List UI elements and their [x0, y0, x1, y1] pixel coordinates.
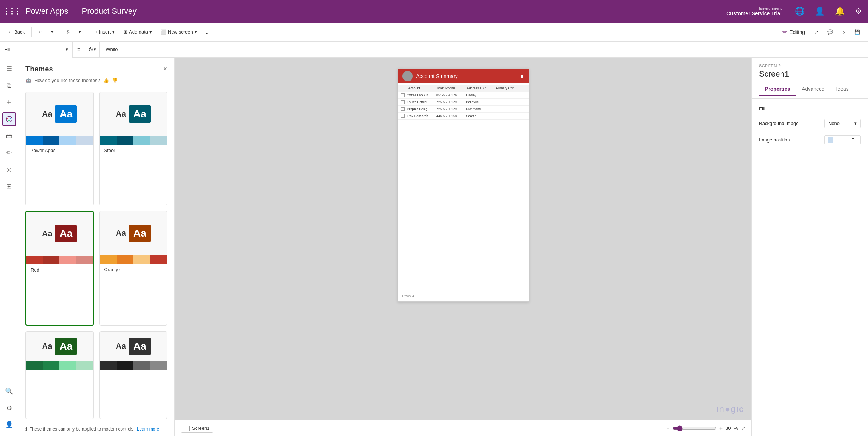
theme-card-green[interactable]: Aa Aa [25, 331, 94, 419]
theme-name-steel: Steel [100, 145, 167, 156]
tab-properties[interactable]: Properties [759, 83, 796, 96]
theme-card-powerapps[interactable]: Aa Aa Power Apps [25, 92, 94, 205]
pencil-icon: ✏ [782, 28, 787, 35]
copy-dropdown[interactable]: ▾ [75, 28, 85, 36]
theme-preview-steel: Aa Aa [100, 92, 167, 136]
theme-preview-green: Aa Aa [26, 332, 93, 361]
save-button[interactable]: 💾 [851, 28, 864, 36]
undo-button[interactable]: ↩ [35, 28, 46, 36]
app-table-row: Troy Research 446-555-0158 Seattle [398, 113, 529, 120]
comment-button[interactable]: 💬 [824, 28, 837, 36]
project-name: Product Survey [82, 7, 137, 16]
screen-tab-label: Screen1 [192, 425, 209, 431]
svg-point-3 [8, 120, 10, 121]
feedback-label: How do you like these themes? [34, 78, 100, 83]
right-panel-content: Fill Background image None ▾ Image posit… [752, 99, 868, 436]
zoom-slider[interactable] [673, 425, 716, 431]
theme-card-steel[interactable]: Aa Aa Steel [99, 92, 168, 205]
help-circle-icon[interactable]: ? [778, 63, 781, 68]
footer-text: These themes can only be applied to mode… [30, 427, 135, 432]
data-icon[interactable]: 🗃 [2, 129, 16, 143]
row1-checkbox[interactable] [401, 93, 405, 97]
fx-chevron-icon: ▾ [94, 47, 96, 52]
brush-icon[interactable]: ✏ [2, 146, 16, 160]
screen-tab-checkbox [185, 426, 190, 431]
brand-sep: | [74, 7, 76, 16]
more-button[interactable]: ... [202, 28, 213, 36]
gear-icon[interactable]: ⚙ [855, 7, 862, 16]
themes-close-button[interactable]: × [163, 65, 167, 73]
back-button[interactable]: ← Back [4, 28, 28, 36]
app-avatar [402, 71, 413, 81]
new-screen-button[interactable]: ⬜ New screen ▾ [157, 28, 201, 36]
insert-button[interactable]: + Insert ▾ [91, 28, 118, 36]
add-data-button[interactable]: ⊞ Add data ▾ [120, 28, 156, 36]
app-grid-icon[interactable] [6, 8, 21, 15]
background-image-row: Background image None ▾ [759, 119, 861, 128]
background-image-dropdown[interactable]: None ▾ [824, 119, 861, 128]
insert-chevron-icon: ▾ [112, 29, 115, 35]
back-arrow-icon: ← [8, 29, 13, 35]
formula-value[interactable]: White [100, 47, 868, 52]
copy-button[interactable]: ⎘ [63, 28, 74, 36]
search-icon[interactable]: 🔍 [2, 384, 16, 398]
right-panel: SCREEN ? Screen1 Properties Advanced Ide… [751, 58, 868, 436]
formula-fx[interactable]: fx ▾ [85, 42, 100, 58]
app-screen: Account Summary ● Account ... Main Phone… [398, 69, 529, 302]
settings-icon[interactable]: ⚙ [2, 401, 16, 415]
right-panel-tabs: Properties Advanced Ideas [759, 83, 861, 96]
theme-card-orange[interactable]: Aa Aa Orange [99, 211, 168, 325]
row4-checkbox[interactable] [401, 114, 405, 118]
layers-icon[interactable]: ⧉ [2, 79, 16, 93]
background-image-value: None [828, 121, 840, 126]
editing-button[interactable]: ✏ Editing [778, 27, 809, 37]
new-screen-chevron-icon: ▾ [195, 29, 197, 35]
user-icon[interactable]: 👤 [2, 418, 16, 432]
zoom-plus-button[interactable]: + [719, 425, 723, 432]
zoom-unit: % [734, 425, 738, 431]
thumbs-down-icon[interactable]: 👎 [112, 78, 118, 83]
theme-swatches-steel [100, 136, 167, 145]
learn-more-link[interactable]: Learn more [137, 427, 159, 432]
bell-icon[interactable]: 🔔 [835, 7, 845, 16]
image-position-dropdown[interactable]: Fit [824, 135, 861, 144]
undo-dropdown[interactable]: ▾ [47, 28, 57, 36]
svg-point-1 [7, 118, 8, 119]
theme-swatches-dark [100, 361, 167, 370]
col-phone: Main Phone ... [437, 86, 467, 90]
add-data-chevron-icon: ▾ [149, 29, 152, 35]
share-button[interactable]: ↗ [811, 28, 822, 36]
screen-tab[interactable]: Screen1 [181, 424, 213, 433]
zoom-minus-button[interactable]: − [666, 425, 669, 432]
row2-checkbox[interactable] [401, 100, 405, 104]
theme-card-dark[interactable]: Aa Aa [99, 331, 168, 419]
avatar-icon[interactable]: 👤 [815, 7, 825, 16]
thumbs-up-icon[interactable]: 👍 [103, 78, 109, 83]
help-icon[interactable]: 🌐 [795, 7, 805, 16]
expand-icon[interactable]: ⤢ [741, 425, 746, 432]
toolbar-sep-3 [88, 27, 88, 37]
tab-ideas[interactable]: Ideas [830, 83, 855, 96]
controls-icon[interactable]: ⊞ [2, 179, 16, 193]
back-label: Back [14, 29, 25, 35]
app-header-icon: ● [520, 73, 524, 80]
preview-button[interactable]: ▷ [838, 28, 849, 36]
zoom-controls: − + 30 % ⤢ [666, 425, 746, 432]
theme-card-red[interactable]: Aa Aa Red RedTheme [25, 211, 94, 325]
add-icon[interactable]: + [2, 96, 16, 109]
menu-icon[interactable]: ☰ [2, 62, 16, 76]
property-select[interactable]: Fill ▾ [0, 42, 73, 58]
tab-advanced[interactable]: Advanced [796, 83, 830, 96]
themes-feedback: 🤖 How do you like these themes? 👍 👎 [18, 78, 174, 89]
fill-label: Fill [759, 106, 861, 112]
variable-icon[interactable]: (x) [2, 163, 16, 176]
theme-preview-powerapps: Aa Aa [26, 92, 93, 136]
brand-name: Power Apps [25, 7, 68, 16]
background-image-label: Background image [759, 121, 824, 126]
canvas-bottom: Screen1 − + 30 % ⤢ [175, 420, 751, 436]
themes-icon[interactable] [2, 112, 16, 126]
environment-info: Environment Customer Service Trial [726, 6, 782, 16]
theme-preview-dark: Aa Aa [100, 332, 167, 361]
theme-swatches-orange [100, 255, 167, 264]
row3-checkbox[interactable] [401, 107, 405, 111]
